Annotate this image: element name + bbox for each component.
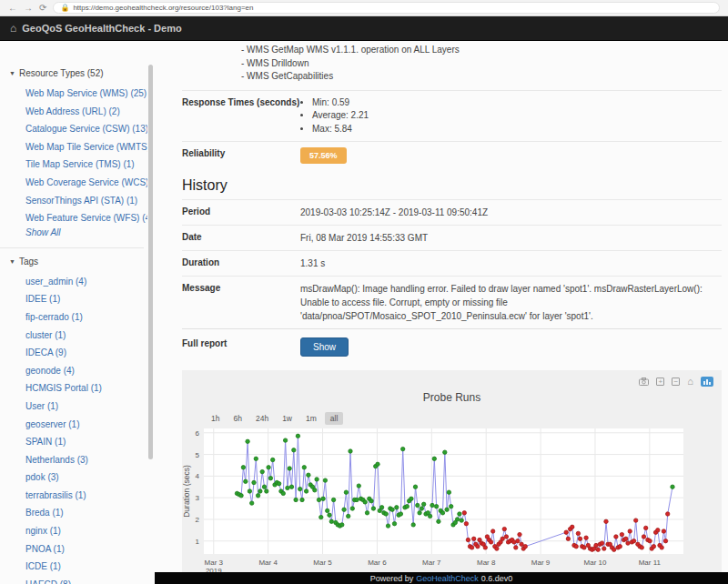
sidebar-item-resource-type[interactable]: Web Map Service (WMS) (25) [25, 85, 147, 103]
tags-list: user_admin (4)IDEE (1)fip-cerrado (1)clu… [9, 273, 147, 584]
powered-by-text: Powered by [370, 574, 414, 583]
sidebar-item-tag[interactable]: geonode (4) [25, 362, 147, 380]
range-button[interactable]: 1m [300, 412, 322, 425]
home-icon[interactable]: ⌂ [10, 23, 16, 34]
svg-text:Mar 6: Mar 6 [368, 559, 387, 567]
sidebar-item-resource-type[interactable]: Web Coverage Service (WCS) (2) [25, 174, 147, 192]
sidebar-divider [0, 247, 144, 248]
svg-text:Mar 7: Mar 7 [422, 559, 441, 567]
sidebar-item-tag[interactable]: user_admin (4) [25, 273, 147, 291]
tags-header: ▼ Tags [9, 257, 147, 267]
geohealthcheck-link[interactable]: GeoHealthCheck [416, 574, 479, 583]
reliability-badge: 57.56% [300, 147, 347, 164]
duration-timeseries-plot[interactable]: Mar 3Mar 4Mar 5Mar 6Mar 7Mar 8Mar 9Mar 1… [182, 427, 692, 572]
brand-title[interactable]: GeoQoS GeoHealthCheck - Demo [22, 23, 181, 34]
history-row-duration: Duration 1.31 s [182, 250, 722, 276]
svg-text:4: 4 [196, 472, 200, 480]
svg-text:Mar 10: Mar 10 [584, 559, 607, 567]
probe-runs-chart[interactable]: Mar 3Mar 4Mar 5Mar 6Mar 7Mar 8Mar 9Mar 1… [182, 427, 722, 572]
svg-text:Mar 8: Mar 8 [477, 559, 496, 567]
sidebar-item-tag[interactable]: pdok (3) [25, 468, 147, 487]
date-label: Date [182, 231, 300, 245]
range-button[interactable]: 6h [228, 412, 247, 425]
message-value: msDrawMap(): Image handling error. Faile… [300, 282, 722, 323]
tags-header-label: Tags [19, 257, 38, 267]
svg-text:3: 3 [196, 494, 200, 502]
reliability-row: Reliability 57.56% [182, 141, 722, 169]
resource-types-header: ▼ Resource Types (52) [9, 68, 147, 78]
show-all-link[interactable]: Show All [25, 227, 147, 243]
sidebar-item-tag[interactable]: terrabrasilis (1) [25, 487, 147, 505]
sidebar-item-tag[interactable]: cluster (1) [25, 327, 147, 345]
sidebar-item-tag[interactable]: HCMGIS Portal (1) [25, 379, 147, 398]
range-button[interactable]: 24h [250, 412, 274, 425]
sidebar-item-tag[interactable]: geoserver (1) [25, 416, 147, 434]
sidebar-item-resource-type[interactable]: Tile Map Service (TMS) (1) [25, 156, 147, 174]
back-icon[interactable]: ← [8, 4, 17, 13]
response-times-row: Response Times (seconds) Min: 0.59Averag… [182, 90, 722, 142]
message-label: Message [182, 282, 300, 323]
address-bar[interactable]: 🔒 https://demo.geohealthcheck.org/resour… [53, 2, 720, 14]
duration-label: Duration [182, 257, 300, 270]
history-row-message: Message msDrawMap(): Image handling erro… [182, 276, 722, 328]
sidebar: ▼ Resource Types (52) Web Map Service (W… [0, 41, 155, 584]
sidebar-item-resource-type[interactable]: Web Address (URL) (2) [25, 103, 147, 121]
sidebar-item-tag[interactable]: SPAIN (1) [25, 433, 147, 451]
history-row-period: Period 2019-03-03 10:25:14Z - 2019-03-11… [182, 199, 722, 225]
chart-modebar: + − ⌂ [639, 377, 713, 387]
plotly-logo-icon[interactable] [701, 377, 713, 387]
range-button[interactable]: all [325, 412, 344, 425]
probe-checks-list: - WMS GetMap WMS v1.1.1. operation on AL… [241, 44, 722, 84]
range-selector-buttons: 1h6h24h1w1mall [206, 412, 722, 425]
sidebar-item-tag[interactable]: Netherlands (3) [25, 451, 147, 469]
svg-text:Mar 11: Mar 11 [639, 559, 662, 567]
zoom-in-icon[interactable]: + [656, 378, 664, 386]
resource-types-list: Web Map Service (WMS) (25)Web Address (U… [9, 85, 147, 227]
sidebar-item-tag[interactable]: nginx (1) [25, 522, 147, 540]
period-label: Period [182, 206, 300, 219]
zoom-out-icon[interactable]: − [672, 378, 680, 386]
camera-icon[interactable] [639, 378, 649, 386]
period-value: 2019-03-03 10:25:14Z - 2019-03-11 09:50:… [300, 206, 722, 219]
response-times-label: Response Times (seconds) [182, 96, 300, 136]
sidebar-item-resource-type[interactable]: Catalogue Service (CSW) (13) [25, 120, 147, 138]
sidebar-item-tag[interactable]: Breda (1) [25, 504, 147, 522]
full-report-row: Full report Show [182, 328, 722, 362]
main-content: - WMS GetMap WMS v1.1.1. operation on AL… [155, 41, 728, 572]
forward-icon[interactable]: → [24, 4, 33, 13]
sidebar-item-tag[interactable]: ICDE (1) [25, 558, 147, 576]
browser-toolbar: ← → ⟳ 🔒 https://demo.geohealthcheck.org/… [0, 0, 728, 16]
sidebar-item-tag[interactable]: fip-cerrado (1) [25, 308, 147, 327]
reset-axes-icon[interactable]: ⌂ [687, 377, 693, 387]
chart-title: Probe Runs [182, 370, 722, 404]
sidebar-item-tag[interactable]: IDEE (1) [25, 290, 147, 308]
reliability-label: Reliability [182, 147, 300, 164]
response-times-values: Min: 0.59Average: 2.21Max: 5.84 [300, 96, 369, 136]
sidebar-item-tag[interactable]: PNOA (1) [25, 540, 147, 559]
range-button[interactable]: 1w [277, 412, 298, 425]
response-time-item: Average: 2.21 [312, 109, 369, 123]
svg-text:Mar 9: Mar 9 [531, 559, 551, 567]
sidebar-item-tag[interactable]: User (1) [25, 398, 147, 416]
sidebar-item-resource-type[interactable]: Web Feature Service (WFS) (4) [25, 209, 147, 227]
reload-icon[interactable]: ⟳ [39, 4, 46, 13]
sidebar-item-resource-type[interactable]: SensorThings API (STA) (1) [25, 192, 147, 210]
response-time-item: Min: 0.59 [312, 96, 369, 110]
app-navbar: ⌂ GeoQoS GeoHealthCheck - Demo [0, 16, 728, 41]
sidebar-scrollbar[interactable] [148, 65, 153, 459]
sidebar-item-tag[interactable]: UAECD (8) [25, 576, 147, 584]
lock-icon: 🔒 [60, 5, 69, 12]
history-row-date: Date Fri, 08 Mar 2019 14:55:33 GMT [182, 225, 722, 250]
sidebar-item-tag[interactable]: IDECA (9) [25, 344, 147, 362]
sidebar-item-resource-type[interactable]: Web Map Tile Service (WMTS) (4) [25, 138, 147, 156]
filter-icon: ▼ [9, 258, 15, 265]
url-text: https://demo.geohealthcheck.org/resource… [73, 4, 253, 12]
svg-text:5: 5 [196, 451, 200, 459]
range-button[interactable]: 1h [206, 412, 225, 425]
probe-runs-chart-panel: + − ⌂ Probe Runs 1h6h24h1w1mall Mar 3Mar… [182, 370, 722, 572]
probe-check-item: - WMS GetMap WMS v1.1.1. operation on AL… [241, 44, 722, 57]
app-footer: Powered by GeoHealthCheck 0.6.dev0 [155, 572, 728, 584]
svg-text:Mar 5: Mar 5 [313, 559, 332, 567]
show-report-button[interactable]: Show [300, 337, 349, 357]
duration-value: 1.31 s [300, 257, 722, 270]
